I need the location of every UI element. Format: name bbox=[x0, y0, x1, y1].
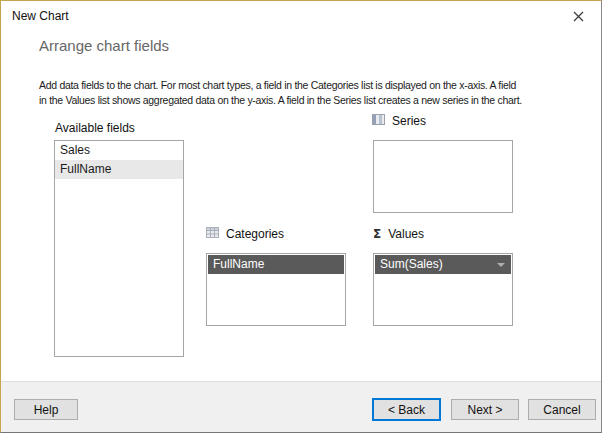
new-chart-dialog: New Chart Arrange chart fields Add data … bbox=[0, 0, 602, 433]
values-field-sum-sales[interactable]: Sum(Sales) bbox=[375, 255, 511, 274]
series-icon bbox=[372, 114, 385, 128]
cancel-button[interactable]: Cancel bbox=[528, 399, 596, 420]
categories-label: Categories bbox=[226, 227, 284, 241]
values-label-row: Σ Values bbox=[373, 227, 424, 241]
page-title: Arrange chart fields bbox=[39, 37, 169, 54]
dropdown-arrow-icon[interactable] bbox=[497, 263, 505, 267]
list-item-sales[interactable]: Sales bbox=[55, 141, 183, 160]
description-text: Add data fields to the chart. For most c… bbox=[39, 78, 522, 108]
help-button[interactable]: Help bbox=[14, 399, 78, 420]
categories-icon bbox=[206, 227, 219, 241]
close-button[interactable] bbox=[565, 7, 591, 27]
available-fields-listbox[interactable]: Sales FullName bbox=[54, 140, 184, 357]
sigma-icon: Σ bbox=[373, 228, 381, 240]
series-label-row: Series bbox=[372, 114, 426, 128]
values-label: Values bbox=[388, 227, 424, 241]
available-fields-label: Available fields bbox=[55, 121, 135, 135]
categories-label-row: Categories bbox=[206, 227, 284, 241]
description-line-1: Add data fields to the chart. For most c… bbox=[39, 78, 522, 93]
values-drop-zone[interactable]: Sum(Sales) bbox=[373, 253, 513, 326]
categories-field-fullname[interactable]: FullName bbox=[208, 255, 344, 274]
list-item-fullname[interactable]: FullName bbox=[55, 160, 183, 179]
categories-drop-zone[interactable]: FullName bbox=[206, 253, 346, 326]
series-label: Series bbox=[392, 114, 426, 128]
back-button[interactable]: < Back bbox=[372, 398, 441, 421]
description-line-2: in the Values list shows aggregated data… bbox=[39, 93, 522, 108]
series-drop-zone[interactable] bbox=[373, 140, 513, 213]
close-icon bbox=[573, 8, 584, 26]
window-title: New Chart bbox=[12, 9, 69, 23]
next-button[interactable]: Next > bbox=[451, 399, 519, 420]
